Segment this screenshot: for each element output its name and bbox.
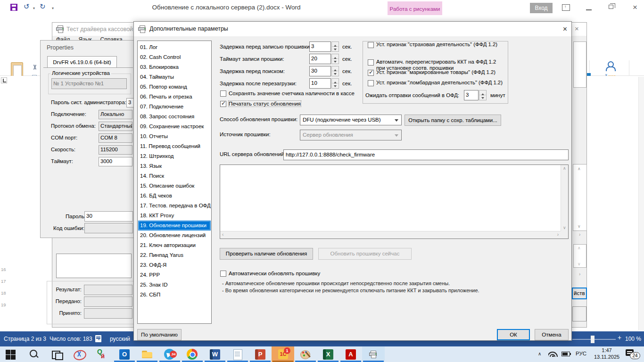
spin-up-icon[interactable] (479, 90, 486, 95)
wifi-icon[interactable] (548, 351, 558, 357)
ofd-wait-input[interactable]: 3 (464, 90, 479, 100)
list-item[interactable]: 06. Печать и отрезка (138, 92, 211, 102)
scroll-right-icon[interactable]: › (579, 272, 580, 277)
page-indicator[interactable]: Страница 2 из 3 (4, 336, 46, 342)
taskbar-snipping-app[interactable] (68, 346, 91, 362)
spin-up-icon[interactable] (332, 79, 339, 83)
tab-drvfr-version[interactable]: DrvFR v6.19.0.6 (64-bit) (47, 56, 117, 67)
zoom-level[interactable]: 100 % (625, 336, 641, 342)
ffd-checkbox[interactable] (368, 80, 374, 86)
field-value[interactable]: 115200 (99, 145, 132, 155)
list-item[interactable]: 26. СБП (138, 290, 211, 300)
update-method-select[interactable]: DFU (подключение через USB) (300, 115, 402, 125)
vertical-scrollbar[interactable]: ∧∨ (561, 165, 568, 231)
spin-down-icon[interactable] (479, 95, 486, 100)
defaults-button[interactable]: По умолчанию (137, 329, 182, 340)
horizontal-scrollbar[interactable]: ‹› (220, 231, 561, 239)
spin-down-icon[interactable] (332, 47, 339, 51)
taskbar-powerpoint[interactable]: P (249, 346, 272, 362)
test-driver-close-icon[interactable]: × (575, 25, 579, 33)
taskbar-acrobat[interactable]: A (339, 346, 362, 362)
taskbar-word[interactable]: W (204, 346, 226, 362)
scroll-down-icon[interactable]: ∨ (578, 262, 581, 266)
cancel-button[interactable]: Отмена (535, 329, 569, 340)
partial-button[interactable]: йств (572, 288, 587, 299)
close-button[interactable]: × (629, 2, 641, 13)
list-item[interactable]: 10. Отчеты (138, 132, 211, 141)
list-item[interactable]: 08. Запрос состояния (138, 112, 211, 122)
spin-down-icon[interactable] (332, 71, 339, 76)
list-item[interactable]: 12. Штрихкод (138, 151, 211, 161)
restore-button[interactable] (609, 5, 613, 9)
proofing-errors-icon[interactable] (95, 335, 101, 342)
scroll-down-icon[interactable]: ∨ (578, 224, 581, 229)
open-folder-button[interactable]: Открыть папку с сохр. таблицами... (405, 115, 501, 126)
taskbar-driver-test-app[interactable] (362, 346, 385, 362)
save-cash-counter-checkbox[interactable] (220, 90, 226, 97)
check-update-button[interactable]: Проверить наличие обновления (220, 248, 313, 260)
list-item[interactable]: 23. ОФД-Я (138, 260, 211, 270)
ffd-checkbox[interactable] (368, 59, 374, 66)
spinner[interactable] (331, 66, 339, 76)
list-item[interactable]: 17. Тестов. передача в ОФД (138, 201, 211, 211)
scroll-down-icon[interactable]: ∨ (563, 225, 566, 230)
auto-update-checkbox[interactable] (220, 271, 226, 277)
dialog-close-icon[interactable]: × (559, 22, 571, 36)
spin-up-icon[interactable] (332, 42, 339, 47)
list-item[interactable]: 15. Описание ошибок (138, 181, 211, 191)
list-item[interactable]: 21. Ключ авторизации (138, 240, 211, 250)
list-item[interactable]: 03. Блокировка (138, 62, 211, 72)
scroll-up-icon[interactable]: ∧ (578, 246, 581, 250)
field-value[interactable]: Стандартный (99, 122, 132, 131)
field-value[interactable]: 3 (126, 98, 134, 107)
word-count[interactable]: Число слов: 183 (50, 336, 92, 342)
taskbar-file-explorer[interactable] (136, 346, 158, 362)
sign-in-button[interactable]: Вход (530, 3, 553, 13)
taskbar-telegram[interactable]: .94 (158, 346, 181, 362)
taskbar-search[interactable] (23, 346, 45, 362)
ok-button[interactable]: ОК (497, 329, 530, 340)
list-item[interactable]: 07. Подключение (138, 102, 211, 112)
ffd-checkbox[interactable] (368, 70, 374, 76)
print-update-status-checkbox[interactable] (220, 101, 226, 107)
list-item[interactable]: 24. PPP (138, 270, 211, 280)
spin-value-input[interactable]: 3 (309, 41, 331, 52)
battery-icon[interactable] (561, 352, 570, 356)
spin-down-icon[interactable] (332, 83, 339, 88)
list-item[interactable]: 22. Пинпад Yarus (138, 250, 211, 260)
spin-up-icon[interactable] (332, 66, 339, 71)
field-value[interactable]: Локально (99, 110, 132, 119)
list-item[interactable]: 05. Повтор команд (138, 82, 211, 92)
list-item[interactable]: 13. Язык (138, 161, 211, 171)
spin-up-icon[interactable] (332, 54, 339, 59)
ruler-tab-selector-icon[interactable] (1, 77, 7, 83)
language-indicator[interactable]: русский (110, 336, 132, 342)
list-item[interactable]: 25. Знак ID (138, 280, 211, 290)
task-view-button[interactable] (45, 346, 68, 362)
spin-value-input[interactable]: 30 (309, 66, 331, 76)
spin-value-input[interactable]: 20 (309, 54, 331, 64)
tray-expand-icon[interactable]: ∧ (538, 351, 541, 356)
scroll-left-icon[interactable]: ‹ (222, 232, 223, 237)
list-item[interactable]: 11. Перевод сообщений (138, 141, 211, 151)
background-listbox-fragment[interactable]: ∧∨ (573, 244, 586, 268)
dialog-titlebar[interactable]: Дополнительные параметры × (134, 22, 571, 36)
ribbon-display-options-icon[interactable] (562, 4, 570, 11)
field-value[interactable]: 3000 (99, 157, 132, 166)
scroll-right-icon[interactable]: › (557, 232, 559, 237)
background-scrollbar-fragment[interactable]: ∧∨ (573, 164, 587, 231)
list-item[interactable]: 19. Обновление прошивки (138, 221, 211, 230)
start-button[interactable] (0, 346, 23, 362)
spin-value-input[interactable]: 10 (309, 78, 331, 89)
list-item[interactable]: 04. Таймауты (138, 72, 211, 82)
taskbar-excel[interactable]: X (317, 346, 339, 362)
scroll-right-icon[interactable]: › (579, 232, 580, 237)
list-item[interactable]: 14. Поиск (138, 171, 211, 181)
minimize-button[interactable] (586, 9, 592, 10)
update-server-url-input[interactable]: http://127.0.0.1:8888/check_firmware (283, 149, 569, 160)
scroll-up-icon[interactable]: ∧ (563, 166, 566, 171)
tray-language[interactable]: РУС (576, 351, 586, 356)
scroll-up-icon[interactable]: ∧ (578, 166, 581, 171)
taskbar-outlook[interactable]: O (113, 346, 136, 362)
field-value[interactable]: COM 8 (99, 133, 132, 143)
